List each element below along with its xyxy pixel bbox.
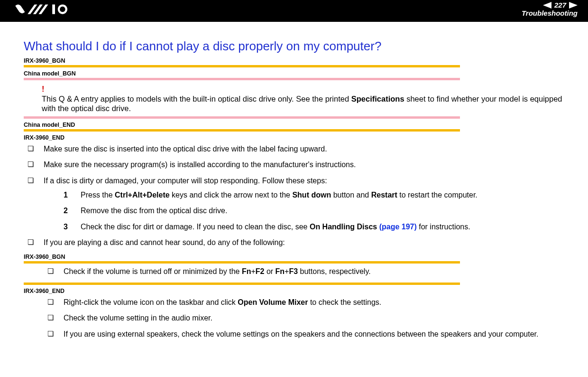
page-number: 227 [553, 1, 567, 9]
tag-irx-bgn2: IRX-3960_BGN [24, 254, 564, 260]
step-text: for instructions. [417, 223, 470, 231]
bullet-text: Check if the volume is turned off or min… [64, 267, 242, 275]
bullet-text: If a disc is dirty or damaged, your comp… [44, 177, 327, 185]
prev-page-icon[interactable] [543, 2, 551, 9]
divider-pink [24, 78, 460, 80]
page-title: What should I do if I cannot play a disc… [24, 39, 564, 54]
tag-irx-bgn: IRX-3960_BGN [24, 57, 564, 64]
step-text: button and [331, 191, 371, 199]
divider-yellow [24, 261, 460, 264]
key: Restart [371, 191, 397, 199]
page-content: What should I do if I cannot play a disc… [0, 22, 588, 354]
next-page-icon[interactable] [569, 2, 578, 9]
note-bang: ! [42, 84, 564, 94]
note-text-bold: Specifications [351, 94, 404, 103]
divider-yellow [24, 283, 460, 285]
header-bar: 227 Troubleshooting [0, 0, 588, 22]
note-text-pre: This Q & A entry applies to models with … [42, 94, 351, 103]
tag-china-end: China model_END [24, 122, 564, 128]
step-num: 3 [64, 222, 68, 232]
list-item: If a disc is dirty or damaged, your comp… [24, 176, 564, 232]
bullet-text: or [264, 267, 275, 275]
step-text: Check the disc for dirt or damage. If yo… [81, 223, 310, 231]
page-ref-link[interactable]: (page 197) [377, 223, 417, 231]
step-text: keys and click the arrow next to the [170, 191, 293, 199]
list-item: Make sure the necessary program(s) is in… [24, 160, 564, 170]
step-text: Press the [81, 191, 115, 199]
page-nav: 227 [522, 1, 578, 9]
step-num: 1 [64, 190, 68, 200]
step-num: 2 [64, 206, 68, 216]
note-block: ! This Q & A entry applies to models wit… [42, 84, 564, 113]
list-item: Right-click the volume icon on the taskb… [44, 297, 564, 308]
bullet-text: Make sure the disc is inserted into the … [44, 145, 327, 153]
plus: + [251, 267, 255, 275]
bullet-text: Right-click the volume icon on the taskb… [64, 298, 238, 306]
key: F3 [289, 267, 298, 275]
list-item: Make sure the disc is inserted into the … [24, 144, 564, 154]
vaio-logo [13, 4, 84, 18]
tag-irx-end: IRX-3960_END [24, 134, 564, 141]
bullet-text: Make sure the necessary program(s) is in… [44, 160, 356, 169]
step-item: 1 Press the Ctrl+Alt+Delete keys and cli… [64, 190, 564, 200]
key: Fn [276, 267, 285, 275]
list-item: If you are using external speakers, chec… [44, 329, 564, 339]
tag-china-bgn: China model_BGN [24, 70, 564, 77]
list-item: Check if the volume is turned off or min… [44, 266, 564, 277]
bullet-text: buttons, respectively. [298, 267, 371, 275]
sub-section: Check if the volume is turned off or min… [44, 266, 564, 277]
key: Ctrl+Alt+Delete [115, 191, 170, 199]
step-item: 3 Check the disc for dirt or damage. If … [64, 222, 564, 232]
list-item: If you are playing a disc and cannot hea… [24, 237, 564, 248]
key: F2 [256, 267, 265, 275]
divider-yellow [24, 65, 460, 67]
list-item: Check the volume setting in the audio mi… [44, 313, 564, 323]
bullet-list: Make sure the disc is inserted into the … [24, 144, 564, 248]
step-text: to restart the computer. [397, 191, 478, 199]
header-right: 227 Troubleshooting [522, 1, 578, 17]
bullet-list: Right-click the volume icon on the taskb… [44, 297, 564, 339]
key: Fn [242, 267, 251, 275]
bullet-list: Check if the volume is turned off or min… [44, 266, 564, 277]
steps-list: 1 Press the Ctrl+Alt+Delete keys and cli… [64, 190, 564, 232]
key: Shut down [292, 191, 331, 199]
key: On Handling Discs [310, 223, 377, 231]
step-item: 2 Remove the disc from the optical disc … [64, 206, 564, 216]
tag-irx-end2: IRX-3960_END [24, 288, 564, 294]
divider-pink [24, 116, 460, 119]
sub-section: Right-click the volume icon on the taskb… [44, 297, 564, 339]
bullet-text: If you are using external speakers, chec… [64, 330, 538, 338]
bullet-text: If you are playing a disc and cannot hea… [44, 238, 285, 246]
divider-yellow [24, 129, 460, 132]
svg-rect-3 [52, 4, 55, 14]
bullet-text: Check the volume setting in the audio mi… [64, 314, 212, 322]
bullet-text: to check the settings. [308, 298, 381, 306]
step-text: Remove the disc from the optical disc dr… [81, 207, 227, 215]
section-name: Troubleshooting [522, 9, 578, 17]
key: Open Volume Mixer [238, 298, 308, 306]
